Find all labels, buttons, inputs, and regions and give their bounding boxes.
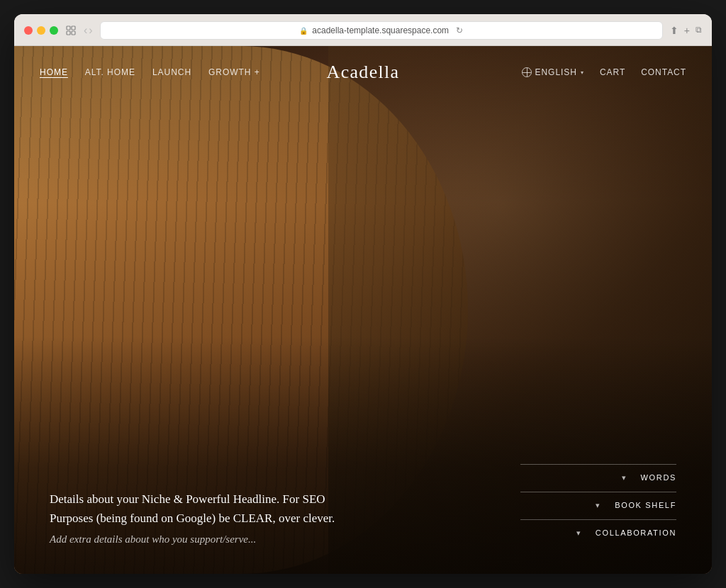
url-text: acadella-template.squarespace.com [312,26,449,35]
accordion-item-bookshelf[interactable]: ▾ BOOK SHELF [520,492,676,518]
refresh-button[interactable]: ↻ [456,26,463,35]
svg-rect-2 [67,31,70,35]
nav-home[interactable]: HOME [40,67,68,77]
nav-right: ENGLISH ▾ CART CONTACT [399,67,686,77]
accordion-item-collaboration[interactable]: ▾ COLLABORATION [520,519,676,545]
nav-alt-home[interactable]: ALT. HOME [85,67,135,77]
hero-headline: Details about your Niche & Powerful Head… [50,490,362,528]
site-header: HOME ALT. HOME LAUNCH GROWTH + Acadella … [14,46,712,98]
language-label: ENGLISH [535,67,577,77]
browser-chrome: ‹ › 🔒 acadella-template.squarespace.com … [14,14,712,46]
nav-contact[interactable]: CONTACT [641,67,686,77]
svg-rect-1 [72,26,75,30]
hero-text-block: Details about your Niche & Powerful Head… [50,490,362,545]
new-tab-button[interactable]: + [684,25,690,36]
window-tile-button[interactable] [65,25,77,36]
website-content: HOME ALT. HOME LAUNCH GROWTH + Acadella … [14,46,712,574]
accordion-chevron-bookshelf: ▾ [591,498,605,512]
svg-rect-0 [67,26,70,30]
language-chevron: ▾ [581,69,584,76]
traffic-light-maximize[interactable] [50,26,58,35]
forward-button[interactable]: › [89,24,92,37]
share-button[interactable]: ⬆ [670,25,678,36]
address-bar[interactable]: 🔒 acadella-template.squarespace.com ↻ [100,21,663,40]
nav-growth[interactable]: GROWTH + [208,67,260,77]
traffic-light-minimize[interactable] [37,26,45,35]
accordion-section: ▾ WORDS ▾ BOOK SHELF ▾ COLLABORATION [520,464,676,545]
lock-icon: 🔒 [299,27,308,35]
accordion-label-words: WORDS [641,473,676,482]
accordion-item-words[interactable]: ▾ WORDS [520,464,676,490]
back-button[interactable]: ‹ [84,24,87,37]
nav-launch[interactable]: LAUNCH [152,67,191,77]
site-title: Acadella [327,62,400,83]
accordion-label-collaboration: COLLABORATION [596,528,676,537]
accordion-chevron-words: ▾ [617,470,631,485]
hero-subtext: Add extra details about who you support/… [50,533,362,545]
copy-button[interactable]: ⧉ [696,25,702,36]
svg-rect-3 [72,31,75,35]
hero-content: Details about your Niche & Powerful Head… [50,464,676,545]
browser-window: ‹ › 🔒 acadella-template.squarespace.com … [14,14,712,574]
accordion-label-bookshelf: BOOK SHELF [615,501,676,509]
traffic-lights [24,26,58,35]
nav-cart[interactable]: CART [600,67,625,77]
traffic-light-close[interactable] [24,26,33,35]
accordion-chevron-collaboration: ▾ [571,526,586,540]
language-selector[interactable]: ENGLISH ▾ [522,67,584,77]
browser-actions: ⬆ + ⧉ [670,25,702,36]
back-forward-nav: ‹ › [84,24,93,37]
globe-icon [522,67,532,77]
nav-left: HOME ALT. HOME LAUNCH GROWTH + [40,67,327,77]
